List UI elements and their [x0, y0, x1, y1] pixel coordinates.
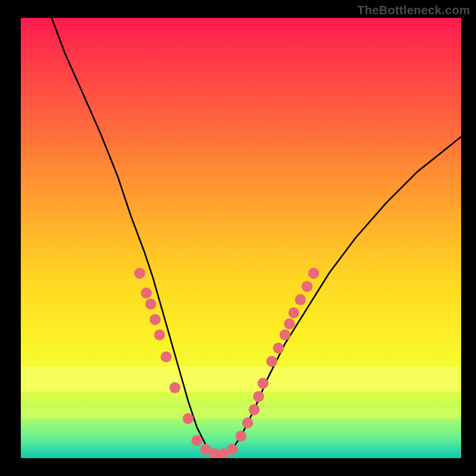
data-marker	[227, 444, 238, 455]
data-marker	[284, 318, 295, 330]
data-marker	[253, 391, 264, 402]
data-marker	[249, 404, 260, 415]
data-marker	[149, 314, 161, 325]
data-marker	[273, 343, 284, 354]
data-marker	[267, 356, 278, 367]
data-marker	[141, 287, 152, 299]
data-marker	[308, 268, 320, 279]
data-marker	[295, 294, 306, 305]
data-marker	[170, 382, 181, 393]
data-marker	[302, 281, 313, 292]
chart-svg	[21, 18, 461, 458]
marker-group	[134, 268, 320, 458]
data-marker	[236, 431, 247, 442]
data-marker	[154, 330, 165, 341]
data-marker	[183, 413, 194, 424]
curve-line	[52, 18, 461, 454]
data-marker	[242, 418, 253, 429]
data-marker	[192, 435, 203, 446]
watermark-label: TheBottleneck.com	[357, 4, 470, 17]
data-marker	[289, 308, 300, 319]
data-marker	[280, 330, 291, 341]
data-marker	[134, 268, 146, 279]
data-marker	[161, 352, 172, 363]
chart-plot-area	[21, 18, 461, 458]
data-marker	[145, 299, 156, 310]
data-marker	[258, 378, 269, 389]
